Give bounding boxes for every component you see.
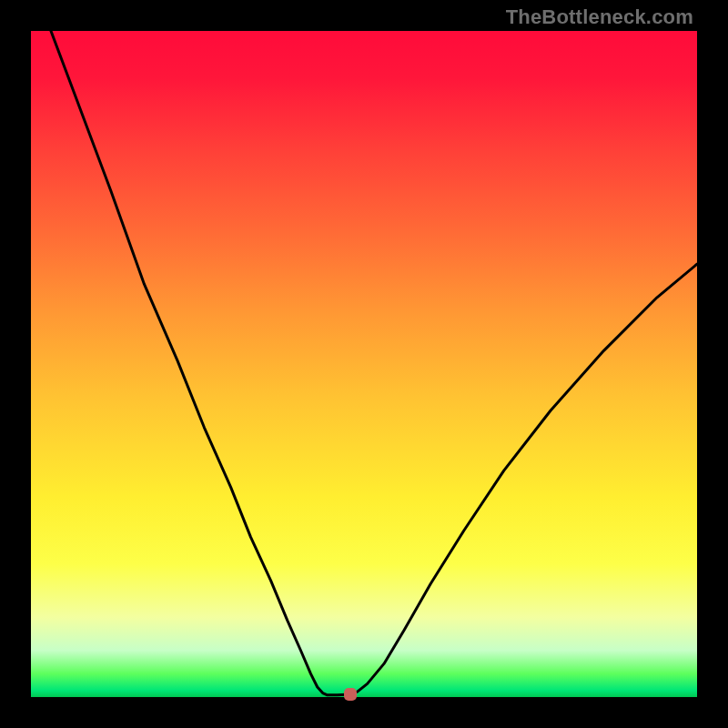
chart-frame: TheBottleneck.com bbox=[0, 0, 728, 728]
plot-area bbox=[31, 31, 697, 697]
watermark-text: TheBottleneck.com bbox=[506, 5, 693, 29]
curve-svg bbox=[31, 31, 697, 697]
optimal-point-marker bbox=[344, 688, 357, 701]
bottleneck-curve bbox=[31, 0, 697, 695]
